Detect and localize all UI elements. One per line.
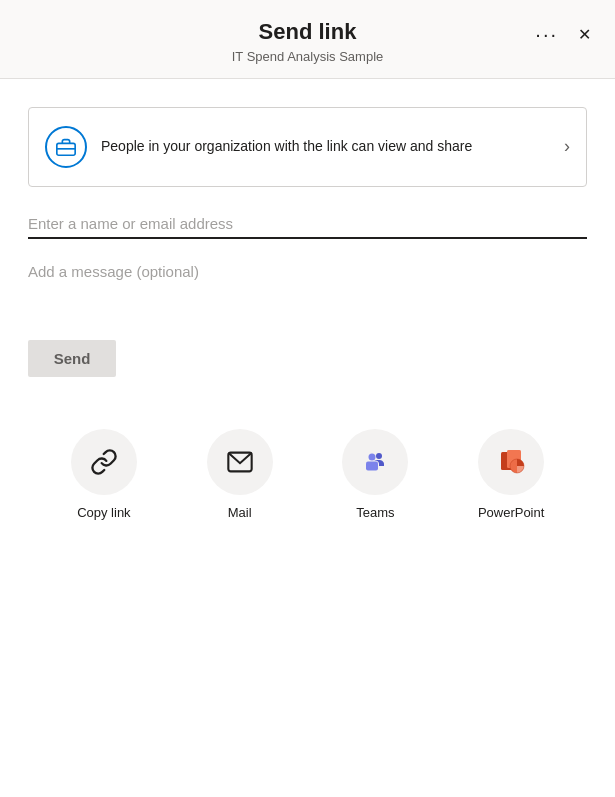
dialog-content: People in your organization with the lin… xyxy=(0,79,615,797)
teams-icon xyxy=(361,448,389,476)
permission-text: People in your organization with the lin… xyxy=(101,137,472,157)
copy-link-label: Copy link xyxy=(77,505,130,520)
permission-card[interactable]: People in your organization with the lin… xyxy=(28,107,587,187)
copy-link-option[interactable]: Copy link xyxy=(59,429,149,520)
teams-label: Teams xyxy=(356,505,394,520)
message-section: Add a message (optional) xyxy=(28,263,587,280)
close-button[interactable]: ✕ xyxy=(570,19,599,50)
mail-icon xyxy=(226,448,254,476)
send-button[interactable]: Send xyxy=(28,340,116,377)
email-input[interactable] xyxy=(28,215,587,232)
ellipsis-icon: ··· xyxy=(535,24,558,44)
message-placeholder: Add a message (optional) xyxy=(28,263,587,280)
dialog-header: Send link IT Spend Analysis Sample ··· ✕ xyxy=(0,0,615,79)
svg-point-4 xyxy=(369,453,376,460)
permission-icon-circle xyxy=(45,126,87,168)
teams-option[interactable]: Teams xyxy=(330,429,420,520)
mail-label: Mail xyxy=(228,505,252,520)
permission-card-left: People in your organization with the lin… xyxy=(45,126,472,168)
link-icon xyxy=(90,448,118,476)
mail-option[interactable]: Mail xyxy=(195,429,285,520)
chevron-right-icon: › xyxy=(564,136,570,157)
header-actions: ··· ✕ xyxy=(527,18,599,50)
dialog-subtitle: IT Spend Analysis Sample xyxy=(20,49,595,64)
powerpoint-icon xyxy=(497,448,525,476)
briefcase-icon xyxy=(55,136,77,158)
close-icon: ✕ xyxy=(578,25,591,44)
copy-link-circle xyxy=(71,429,137,495)
header-center: Send link IT Spend Analysis Sample xyxy=(20,18,595,64)
share-options: Copy link Mail xyxy=(28,429,587,556)
powerpoint-option[interactable]: PowerPoint xyxy=(466,429,556,520)
powerpoint-label: PowerPoint xyxy=(478,505,544,520)
teams-circle xyxy=(342,429,408,495)
svg-rect-5 xyxy=(366,461,378,470)
more-options-button[interactable]: ··· xyxy=(527,18,566,50)
mail-circle xyxy=(207,429,273,495)
powerpoint-circle xyxy=(478,429,544,495)
svg-point-3 xyxy=(376,453,382,459)
send-button-section: Send xyxy=(28,340,587,377)
dialog-title: Send link xyxy=(20,18,595,47)
send-link-dialog: Send link IT Spend Analysis Sample ··· ✕ xyxy=(0,0,615,797)
email-input-section xyxy=(28,215,587,239)
